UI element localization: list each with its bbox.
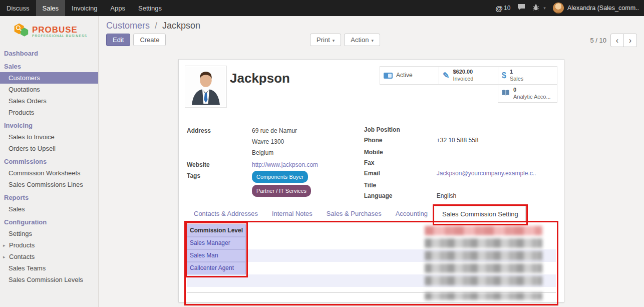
menu-sales[interactable]: Sales (36, 0, 66, 16)
chat-icon (517, 4, 525, 13)
tab-label: Sales Commission Setting (442, 210, 518, 218)
redacted-data (425, 238, 542, 248)
menu-settings[interactable]: Settings (132, 0, 168, 16)
stat-sales-button[interactable]: $ 1 Sales (498, 66, 557, 85)
tags-label: Tags (187, 171, 252, 197)
sidebar-heading-dashboard[interactable]: Dashboard (0, 46, 98, 59)
table-row-sales-man[interactable]: Sales Man (187, 249, 556, 262)
top-navbar: Discuss Sales Invoicing Apps Settings @ … (0, 0, 644, 16)
sidebar-item-settings[interactable]: Settings (0, 228, 98, 239)
menu-apps[interactable]: Apps (104, 0, 132, 16)
logo-tagline: PROFESSIONAL BUSINESS (32, 35, 87, 38)
mention-counter[interactable]: @ 10 (495, 4, 510, 13)
print-dropdown[interactable]: Print▾ (310, 34, 341, 46)
table-row-callcenter-agent[interactable]: Callcenter Agent (187, 262, 556, 274)
tab-bar: Contacts & Addresses Internal Notes Sale… (187, 206, 556, 221)
chevron-right-icon: ▸ (3, 254, 7, 259)
language-label: Language (364, 192, 437, 200)
book-icon (502, 90, 510, 98)
table-header-row: Commission Level (187, 224, 556, 237)
sidebar-item-config-products[interactable]: ▸ Products (0, 239, 98, 251)
redacted-data (425, 226, 542, 235)
stat-label: Invoiced (453, 76, 473, 83)
table-row-sales-manager[interactable]: Sales Manager (187, 237, 556, 249)
caret-down-icon: ▾ (371, 38, 374, 43)
sidebar-item-config-contacts[interactable]: ▸ Contacts (0, 251, 98, 262)
stat-invoiced-button[interactable]: ✎ $620.00 Invoiced (439, 66, 498, 85)
sidebar-heading-sales[interactable]: Sales (0, 59, 98, 72)
sidebar-item-sales-commission-levels[interactable]: Sales Commission Levels (0, 274, 98, 285)
chevron-right-icon: ▸ (3, 243, 7, 248)
tab-sales-commission-setting[interactable]: Sales Commission Setting (435, 206, 526, 221)
create-button[interactable]: Create (133, 34, 166, 46)
stat-value: 1 (510, 69, 524, 76)
commission-level-cell[interactable]: Sales Manager (187, 237, 246, 249)
action-label: Action (351, 36, 369, 44)
sidebar-item-orders-to-upsell[interactable]: Orders to Upsell (0, 143, 98, 154)
pager-count: 5 / 10 (590, 37, 606, 44)
tab-contacts-addresses[interactable]: Contacts & Addresses (187, 206, 265, 221)
commission-level-cell[interactable]: Sales Man (187, 249, 246, 262)
mention-icon: @ (495, 4, 503, 13)
sidebar-item-sales-to-invoice[interactable]: Sales to Invoice (0, 131, 98, 143)
active-toggle-icon (384, 73, 393, 79)
breadcrumb: Customers / Jackpson (106, 21, 200, 31)
field-area: Address 69 rue de Namur Wavre 1300 Belgi… (187, 126, 556, 202)
sidebar-item-sales-orders[interactable]: Sales Orders (0, 95, 98, 107)
menu-discuss[interactable]: Discuss (0, 0, 36, 16)
customer-photo[interactable] (185, 66, 227, 108)
redacted-data (425, 276, 542, 285)
website-label: Website (187, 160, 252, 170)
pencil-icon: ✎ (443, 72, 449, 80)
mobile-label: Mobile (364, 148, 437, 156)
person-avatar-icon (186, 67, 225, 106)
tag-list: Components Buyer Partner / IT Services (252, 171, 311, 197)
edit-button[interactable]: Edit (106, 34, 130, 46)
menu-invoicing[interactable]: Invoicing (65, 0, 104, 16)
language-value: English (437, 192, 456, 200)
job-position-label: Job Position (364, 126, 437, 134)
sidebar-item-quotations[interactable]: Quotations (0, 84, 98, 95)
sidebar-item-products[interactable]: Products (0, 107, 98, 118)
bug-icon (532, 4, 539, 13)
control-panel: Edit Create Print▾ Action▾ 5 / 10 ‹ › (106, 34, 637, 49)
email-label: Email (364, 169, 437, 177)
record-title: Jackpson (230, 71, 290, 86)
action-dropdown[interactable]: Action▾ (344, 34, 380, 46)
sidebar-heading-reports[interactable]: Reports (0, 190, 98, 203)
chat-button[interactable] (517, 4, 525, 13)
column-header-commission-level[interactable]: Commission Level (187, 224, 246, 237)
table-footer-row (187, 292, 556, 301)
user-menu[interactable]: Alexandra (Sales_comm.. (553, 3, 639, 14)
sidebar-item-sales-commissions-lines[interactable]: Sales Commissions Lines (0, 179, 98, 190)
sidebar: PROBUSE PROFESSIONAL BUSINESS Dashboard … (0, 16, 99, 307)
main-content: Customers / Jackpson Edit Create Print▾ … (99, 16, 644, 307)
tab-accounting[interactable]: Accounting (389, 206, 435, 221)
tab-internal-notes[interactable]: Internal Notes (265, 206, 319, 221)
pager-prev-button[interactable]: ‹ (610, 34, 624, 47)
tag-partner-it-services: Partner / IT Services (252, 185, 311, 197)
sidebar-item-customers[interactable]: Customers (0, 72, 98, 84)
sidebar-item-sales-teams[interactable]: Sales Teams (0, 262, 98, 274)
stat-analytic-accounts-button[interactable]: 0 Analytic Acco... (498, 84, 557, 103)
debug-menu[interactable]: ▾ (532, 4, 546, 13)
stat-value: $620.00 (453, 69, 473, 76)
probuse-logo: PROBUSE PROFESSIONAL BUSINESS (0, 16, 98, 46)
phone-value: +32 10 588 558 (437, 136, 479, 144)
stat-label: Analytic Acco... (513, 94, 551, 101)
pager-next-button[interactable]: › (623, 34, 637, 47)
sidebar-heading-commissions[interactable]: Commissions (0, 154, 98, 167)
sidebar-heading-configuration[interactable]: Configuration (0, 215, 98, 228)
sidebar-item-commission-worksheets[interactable]: Commission Worksheets (0, 167, 98, 179)
stat-active-button[interactable]: Active (380, 66, 439, 85)
sidebar-item-reports-sales[interactable]: Sales (0, 203, 98, 215)
breadcrumb-customers[interactable]: Customers (106, 21, 150, 31)
sidebar-heading-invoicing[interactable]: Invoicing (0, 118, 98, 131)
sidebar-item-label: Contacts (9, 253, 35, 260)
tab-sales-purchases[interactable]: Sales & Purchases (319, 206, 389, 221)
email-link[interactable]: Jackpson@yourcompany.example.c.. (437, 169, 536, 177)
stat-buttons: Active ✎ $620.00 Invoiced $ 1 Sales (380, 67, 557, 103)
website-link[interactable]: http://www.jackpson.com (252, 160, 318, 170)
user-avatar (553, 3, 564, 14)
commission-level-cell[interactable]: Callcenter Agent (187, 262, 246, 274)
